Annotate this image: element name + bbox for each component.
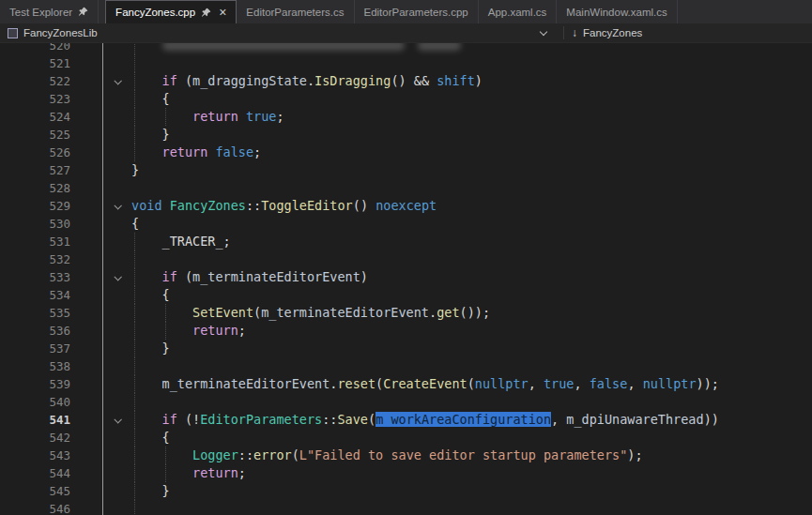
line-content[interactable]: {	[131, 215, 812, 233]
line-number[interactable]: 525	[0, 126, 103, 144]
tab-FancyZones.cpp[interactable]: FancyZones.cpp×	[105, 0, 237, 23]
line-content[interactable]	[131, 43, 812, 54]
line-content[interactable]: if (!EditorParameters::Save(m_workAreaCo…	[131, 411, 812, 429]
line-number[interactable]: 527	[0, 161, 103, 179]
line-content[interactable]: {	[131, 90, 812, 108]
chevron-down-icon[interactable]	[540, 27, 547, 35]
line-number[interactable]: 534	[0, 286, 103, 304]
code-line-545[interactable]: 545}	[0, 482, 812, 500]
code-line-535[interactable]: 535SetEvent(m_terminateEditorEvent.get()…	[0, 304, 812, 322]
code-token: )	[360, 269, 368, 284]
line-number[interactable]: 546	[0, 500, 103, 515]
line-content[interactable]	[131, 357, 812, 375]
close-icon[interactable]: ×	[217, 6, 226, 19]
code-line-546[interactable]: 546	[0, 500, 812, 515]
line-content[interactable]: {	[131, 286, 812, 304]
line-number[interactable]: 541	[0, 411, 103, 429]
line-content[interactable]: {	[131, 429, 812, 447]
line-number[interactable]: 521	[0, 54, 103, 72]
code-line-537[interactable]: 537}	[0, 340, 812, 357]
line-content[interactable]: m_terminateEditorEvent.reset(CreateEvent…	[131, 375, 812, 393]
indent-guide	[134, 43, 135, 54]
code-line-532[interactable]: 532	[0, 250, 812, 268]
line-content[interactable]: SetEvent(m_terminateEditorEvent.get());	[131, 304, 812, 322]
tool-tab-test-explorer[interactable]: Test Explorer	[0, 0, 99, 23]
code-line-542[interactable]: 542{	[0, 429, 812, 447]
line-number[interactable]: 543	[0, 447, 103, 464]
line-number[interactable]: 539	[0, 375, 103, 393]
code-line-522[interactable]: 522if (m_draggingState.IsDragging() && s…	[0, 72, 812, 90]
line-number[interactable]: 529	[0, 197, 103, 215]
project-combo[interactable]: FancyZonesLib	[0, 23, 563, 42]
code-line-523[interactable]: 523{	[0, 90, 812, 108]
tab-MainWindow.xaml.cs[interactable]: MainWindow.xaml.cs	[557, 0, 677, 23]
pin-icon[interactable]	[78, 7, 88, 17]
line-number[interactable]: 531	[0, 233, 103, 250]
line-content[interactable]: return;	[131, 464, 812, 482]
tab-EditorParameters.cs[interactable]: EditorParameters.cs	[237, 0, 354, 23]
line-content[interactable]	[131, 393, 812, 411]
line-number[interactable]: 533	[0, 268, 103, 286]
line-content[interactable]: Logger::error(L"Failed to save editor st…	[131, 447, 812, 464]
code-line-530[interactable]: 530{	[0, 215, 812, 233]
code-line-529[interactable]: 529void FancyZones::ToggleEditor() noexc…	[0, 197, 812, 215]
code-line-534[interactable]: 534{	[0, 286, 812, 304]
line-number[interactable]: 530	[0, 215, 103, 233]
code-line-527[interactable]: 527}	[0, 161, 812, 179]
line-content[interactable]	[131, 54, 812, 72]
code-line-533[interactable]: 533if (m_terminateEditorEvent)	[0, 268, 812, 286]
line-content[interactable]: return true;	[131, 108, 812, 126]
line-number[interactable]: 535	[0, 304, 103, 322]
line-number[interactable]: 538	[0, 357, 103, 375]
line-content[interactable]	[131, 179, 812, 197]
line-content[interactable]	[131, 250, 812, 268]
line-number[interactable]: 545	[0, 482, 103, 500]
code-line-526[interactable]: 526return false;	[0, 144, 812, 161]
line-number[interactable]: 526	[0, 144, 103, 161]
line-content[interactable]: if (m_terminateEditorEvent)	[131, 268, 812, 286]
line-content[interactable]: }	[131, 340, 812, 357]
line-content[interactable]: }	[131, 126, 812, 144]
line-number[interactable]: 536	[0, 322, 103, 340]
line-content[interactable]: return;	[131, 322, 812, 340]
code-line-543[interactable]: 543Logger::error(L"Failed to save editor…	[0, 447, 812, 464]
fold-chevron-icon[interactable]	[103, 197, 131, 215]
pin-icon[interactable]	[201, 8, 211, 18]
line-content[interactable]: }	[131, 161, 812, 179]
fold-chevron-icon[interactable]	[103, 268, 131, 286]
line-content[interactable]: return false;	[131, 144, 812, 161]
fold-chevron-icon[interactable]	[103, 411, 131, 429]
line-number[interactable]: 523	[0, 90, 103, 108]
code-line-541[interactable]: 541if (!EditorParameters::Save(m_workAre…	[0, 411, 812, 429]
line-number[interactable]: 524	[0, 108, 103, 126]
line-content[interactable]: }	[131, 482, 812, 500]
tab-App.xaml.cs[interactable]: App.xaml.cs	[479, 0, 558, 23]
code-line-524[interactable]: 524return true;	[0, 108, 812, 126]
fold-chevron-icon[interactable]	[103, 72, 131, 90]
line-number[interactable]: 537	[0, 340, 103, 357]
code-line-536[interactable]: 536return;	[0, 322, 812, 340]
member-combo[interactable]: ↓ FancyZones	[564, 23, 812, 42]
code-line-539[interactable]: 539m_terminateEditorEvent.reset(CreateEv…	[0, 375, 812, 393]
code-line-544[interactable]: 544return;	[0, 464, 812, 482]
line-number[interactable]: 544	[0, 464, 103, 482]
line-number[interactable]: 540	[0, 393, 103, 411]
code-line-540[interactable]: 540	[0, 393, 812, 411]
code-line-538[interactable]: 538	[0, 357, 812, 375]
code-line-528[interactable]: 528	[0, 179, 812, 197]
line-number[interactable]: 520	[0, 43, 103, 54]
code-editor[interactable]: 520521522if (m_draggingState.IsDragging(…	[0, 43, 812, 515]
code-line-531[interactable]: 531_TRACER_;	[0, 233, 812, 250]
line-number[interactable]: 532	[0, 250, 103, 268]
line-number[interactable]: 522	[0, 72, 103, 90]
line-content[interactable]	[131, 500, 812, 515]
code-line-525[interactable]: 525}	[0, 126, 812, 144]
line-content[interactable]: void FancyZones::ToggleEditor() noexcept	[131, 197, 812, 215]
code-line-520[interactable]: 520	[0, 43, 812, 54]
tab-EditorParameters.cpp[interactable]: EditorParameters.cpp	[355, 0, 479, 23]
line-content[interactable]: if (m_draggingState.IsDragging() && shif…	[131, 72, 812, 90]
line-number[interactable]: 528	[0, 179, 103, 197]
code-line-521[interactable]: 521	[0, 54, 812, 72]
line-number[interactable]: 542	[0, 429, 103, 447]
line-content[interactable]: _TRACER_;	[131, 233, 812, 250]
